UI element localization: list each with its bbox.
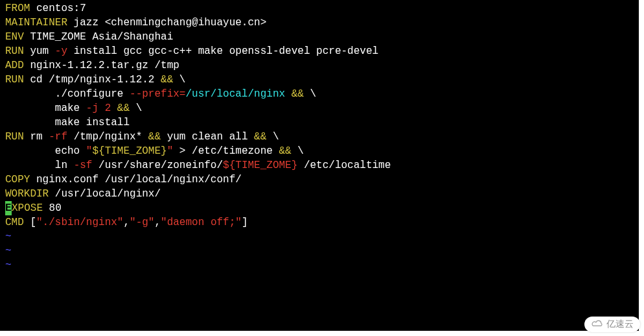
token: \	[292, 145, 304, 157]
code-line: COPY nginx.conf /usr/local/nginx/conf/	[5, 173, 634, 187]
token: RUN	[5, 131, 24, 143]
token: "./sbin/nginx"	[36, 217, 123, 228]
token: \	[130, 102, 142, 114]
token: -y	[55, 45, 67, 57]
token: echo	[5, 145, 86, 157]
code-line: make -j 2 && \	[5, 101, 634, 115]
token: > /etc/timezone	[173, 145, 279, 157]
tilde-line: ~	[5, 258, 634, 272]
token: TIME_ZOME Asia/Shanghai	[24, 31, 173, 43]
token: ADD	[5, 60, 24, 71]
token: XPOSE	[12, 202, 43, 214]
code-line: ENV TIME_ZOME Asia/Shanghai	[5, 30, 634, 44]
token: [	[24, 217, 36, 228]
code-line: ADD nginx-1.12.2.tar.gz /tmp	[5, 58, 634, 73]
token: &&	[117, 102, 130, 114]
token: centos:7	[30, 3, 86, 14]
empty-lines: ~~~	[5, 230, 634, 272]
token: &&	[254, 131, 266, 143]
token: &&	[279, 145, 292, 157]
token: yum	[24, 45, 55, 57]
token: ln	[5, 160, 74, 171]
token: --prefix=	[130, 88, 185, 100]
token: \	[266, 131, 279, 143]
token: ${TIME_ZOME}	[223, 160, 297, 171]
token: rm	[24, 131, 49, 143]
token: nginx.conf /usr/local/nginx/conf/	[30, 174, 241, 186]
cursor: E	[5, 201, 12, 215]
token: -j	[86, 102, 98, 114]
token: ]	[242, 217, 248, 228]
code-line: CMD ["./sbin/nginx","-g","daemon off;"]	[5, 215, 634, 230]
watermark-badge: 亿速云	[584, 317, 640, 332]
code-line: EXPOSE 80	[5, 201, 634, 215]
token: yum clean all	[161, 131, 254, 143]
token: RUN	[5, 45, 24, 57]
cloud-icon	[591, 319, 604, 330]
watermark-text: 亿速云	[606, 318, 634, 330]
token: WORKDIR	[5, 188, 49, 200]
code-line: RUN cd /tmp/nginx-1.12.2 && \	[5, 73, 634, 87]
token	[111, 102, 117, 114]
code-line: RUN rm -rf /tmp/nginx* && yum clean all …	[5, 130, 634, 144]
token: 2	[98, 102, 111, 114]
token: \	[173, 74, 185, 86]
token: CMD	[5, 217, 24, 228]
token: make	[5, 102, 86, 114]
token: ENV	[5, 31, 24, 43]
code-line: FROM centos:7	[5, 1, 634, 16]
token: -rf	[49, 131, 67, 143]
token: FROM	[5, 3, 30, 14]
token: "daemon off;"	[161, 217, 242, 228]
token: "-g"	[130, 217, 154, 228]
token: 80	[43, 202, 62, 214]
tilde-line: ~	[5, 244, 634, 258]
token: /tmp/nginx*	[67, 131, 148, 143]
token: RUN	[5, 74, 24, 86]
token: /usr/local/nginx	[185, 88, 291, 100]
token: ,	[123, 217, 130, 228]
token: ,	[154, 217, 161, 228]
token: &&	[161, 74, 173, 86]
token: "	[86, 145, 93, 157]
code-line: MAINTAINER jazz <chenmingchang@ihuayue.c…	[5, 16, 634, 30]
token: COPY	[5, 174, 30, 186]
code-line: echo "${TIME_ZOME}" > /etc/timezone && \	[5, 144, 634, 158]
code-line: make install	[5, 115, 634, 130]
code-line: ln -sf /usr/share/zoneinfo/${TIME_ZOME} …	[5, 158, 634, 173]
token: cd /tmp/nginx-1.12.2	[24, 74, 161, 86]
token: nginx-1.12.2.tar.gz /tmp	[24, 60, 179, 71]
token: jazz <chenmingchang@ihuayue.cn>	[67, 17, 266, 29]
token: &&	[292, 88, 304, 100]
terminal-editor[interactable]: FROM centos:7MAINTAINER jazz <chenmingch…	[0, 0, 639, 331]
tilde-line: ~	[5, 230, 634, 244]
code-line: RUN yum -y install gcc gcc-c++ make open…	[5, 44, 634, 58]
token: ./configure	[5, 88, 130, 100]
token: "	[167, 145, 174, 157]
token: -sf	[74, 160, 93, 171]
token: /etc/localtime	[297, 160, 391, 171]
token: /usr/local/nginx/	[49, 188, 161, 200]
code-line: ./configure --prefix=/usr/local/nginx &&…	[5, 87, 634, 101]
dockerfile-content: FROM centos:7MAINTAINER jazz <chenmingch…	[5, 1, 634, 230]
token: ${TIME_ZOME}	[92, 145, 167, 157]
token: make install	[5, 117, 130, 128]
token: /usr/share/zoneinfo/	[92, 160, 223, 171]
token: &&	[148, 131, 161, 143]
code-line: WORKDIR /usr/local/nginx/	[5, 187, 634, 201]
token: MAINTAINER	[5, 17, 67, 29]
token: \	[304, 88, 316, 100]
token: install gcc gcc-c++ make openssl-devel p…	[67, 45, 378, 57]
